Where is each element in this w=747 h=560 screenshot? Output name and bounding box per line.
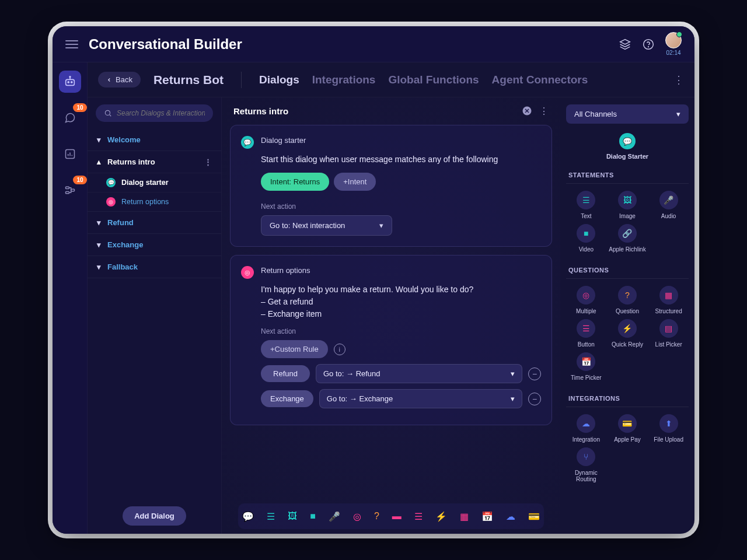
dialog-starter-hero[interactable]: 💬 Dialog Starter xyxy=(566,133,689,160)
tool-text-icon[interactable]: ☰ xyxy=(267,511,275,522)
chevron-down-icon: ▾ xyxy=(511,394,515,403)
pal-integration[interactable]: ☁Integration xyxy=(566,413,606,444)
rule-select-refund[interactable]: Go to: → Refund ▾ xyxy=(316,364,522,383)
rail-analytics-icon[interactable] xyxy=(59,143,81,165)
dialog-fallback[interactable]: ▾ Fallback xyxy=(88,256,221,278)
svg-rect-13 xyxy=(65,192,69,194)
pal-text[interactable]: ☰Text xyxy=(566,190,606,220)
dialog-label: Exchange xyxy=(107,240,143,249)
pal-image[interactable]: 🖼Image xyxy=(608,190,648,220)
back-label: Back xyxy=(116,75,132,84)
pal-video[interactable]: ■Video xyxy=(566,223,606,254)
add-intent-button[interactable]: +Intent xyxy=(334,173,376,191)
dialog-exchange[interactable]: ▾ Exchange xyxy=(88,234,221,256)
dialog-welcome[interactable]: ▾ Welcome xyxy=(88,129,221,151)
tool-question-icon[interactable]: ? xyxy=(374,511,379,522)
chevron-down-icon: ▾ xyxy=(511,369,515,378)
pal-button[interactable]: ☰Button xyxy=(566,318,606,349)
tab-dialogs[interactable]: Dialogs xyxy=(259,74,299,86)
svg-rect-12 xyxy=(65,187,69,188)
tabs-more-icon[interactable]: ⋮ xyxy=(673,74,684,86)
pal-listpicker[interactable]: ▤List Picker xyxy=(648,318,689,349)
svg-rect-14 xyxy=(71,189,74,191)
pal-timepicker[interactable]: 📅Time Picker xyxy=(566,351,606,382)
tab-agent-connectors[interactable]: Agent Connectors xyxy=(492,74,588,86)
next-action-select[interactable]: Go to: Next interaction ▾ xyxy=(261,215,392,236)
toolbox-bar: 💬 ☰ 🖼 ■ 🎤 ◎ ? ▬ ☰ ⚡ ▦ 📅 ☁ 💳 xyxy=(238,503,544,529)
svg-line-16 xyxy=(110,115,111,117)
section-questions: QUESTIONS xyxy=(566,262,689,279)
back-button[interactable]: Back xyxy=(98,72,141,88)
tool-button-icon[interactable]: ▬ xyxy=(392,511,402,522)
pal-audio[interactable]: 🎤Audio xyxy=(648,190,689,220)
card-title: Return options xyxy=(261,266,310,275)
more-icon[interactable]: ⋮ xyxy=(539,106,549,117)
dialog-label: Returns intro xyxy=(107,158,200,166)
tool-audio-icon[interactable]: 🎤 xyxy=(329,511,340,522)
dialog-refund[interactable]: ▾ Refund xyxy=(88,212,221,234)
remove-icon[interactable]: − xyxy=(528,393,541,405)
rule-select-exchange[interactable]: Go to: → Exchange ▾ xyxy=(319,389,522,408)
tool-chat-icon[interactable]: 💬 xyxy=(242,511,254,522)
help-icon[interactable] xyxy=(642,38,655,51)
info-icon[interactable]: i xyxy=(334,344,345,355)
rule-tag-exchange[interactable]: Exchange xyxy=(261,390,313,407)
channel-select[interactable]: All Channels ▾ xyxy=(566,104,689,124)
pal-richlink[interactable]: 🔗Apple Richlink xyxy=(608,223,648,254)
svg-point-7 xyxy=(69,76,71,78)
canvas-title: Returns intro xyxy=(233,106,522,116)
tool-card-icon[interactable]: 💳 xyxy=(528,511,540,522)
tool-image-icon[interactable]: 🖼 xyxy=(288,511,297,522)
pal-question[interactable]: ?Question xyxy=(608,285,648,316)
chevron-up-icon: ▴ xyxy=(97,158,103,166)
rail-chat-icon[interactable]: 10 xyxy=(59,107,81,129)
dialog-label: Refund xyxy=(107,218,134,227)
tab-integrations[interactable]: Integrations xyxy=(312,74,376,86)
tool-video-icon[interactable]: ■ xyxy=(310,511,316,522)
sub-dialog-starter[interactable]: 💬 Dialog starter xyxy=(88,173,221,192)
chevron-down-icon: ▾ xyxy=(676,110,680,118)
rule-tag-refund[interactable]: Refund xyxy=(261,365,310,382)
tab-global-functions[interactable]: Global Functions xyxy=(388,74,479,86)
next-action-label: Next action xyxy=(261,327,541,335)
user-avatar-wrap[interactable]: 02:14 xyxy=(665,32,682,56)
rail-flow-icon[interactable]: 10 xyxy=(59,179,81,201)
tool-time-icon[interactable]: 📅 xyxy=(481,511,493,522)
sub-return-options[interactable]: ◎ Return options xyxy=(88,192,221,211)
custom-rule-button[interactable]: +Custom Rule xyxy=(261,340,328,358)
search-box[interactable] xyxy=(96,104,213,122)
chat-bubble-icon: 💬 xyxy=(619,133,636,149)
search-input[interactable] xyxy=(117,109,205,117)
pal-structured[interactable]: ▦Structured xyxy=(648,285,689,316)
chevron-down-icon: ▾ xyxy=(97,218,103,227)
session-timer: 02:14 xyxy=(666,50,680,56)
tool-structured-icon[interactable]: ▦ xyxy=(460,511,469,522)
card-description: I'm happy to help you make a return. Wou… xyxy=(261,284,541,320)
bot-name: Returns Bot xyxy=(153,73,224,87)
pal-dynroute[interactable]: ⑂Dynamic Routing xyxy=(566,446,606,484)
pal-quickreply[interactable]: ⚡Quick Reply xyxy=(608,318,648,349)
remove-icon[interactable]: − xyxy=(528,368,541,380)
tool-list-icon[interactable]: ☰ xyxy=(414,511,423,522)
section-integrations: INTEGRATIONS xyxy=(566,390,689,407)
layers-icon[interactable] xyxy=(619,38,631,51)
pal-multiple[interactable]: ◎Multiple xyxy=(566,285,606,316)
target-icon: ◎ xyxy=(241,266,254,279)
more-icon[interactable]: ⋮ xyxy=(204,158,212,166)
next-action-label: Next action xyxy=(261,202,541,211)
svg-point-5 xyxy=(71,82,72,83)
chevron-down-icon: ▾ xyxy=(97,262,103,271)
close-circle-icon[interactable] xyxy=(522,106,532,117)
tool-target-icon[interactable]: ◎ xyxy=(353,511,361,522)
dialog-returns-intro[interactable]: ▴ Returns intro ⋮ xyxy=(88,151,221,173)
pal-fileupload[interactable]: ⬆File Upload xyxy=(648,413,689,444)
pal-applepay[interactable]: 💳Apple Pay xyxy=(608,413,648,444)
svg-rect-3 xyxy=(65,79,74,85)
svg-point-15 xyxy=(105,110,110,115)
intent-chip[interactable]: Intent: Returns xyxy=(261,173,329,191)
add-dialog-button[interactable]: Add Dialog xyxy=(123,506,186,526)
rail-bot-icon[interactable] xyxy=(59,71,81,93)
tool-cloud-icon[interactable]: ☁ xyxy=(506,511,515,522)
menu-icon[interactable] xyxy=(65,40,78,48)
tool-quick-icon[interactable]: ⚡ xyxy=(435,511,447,522)
